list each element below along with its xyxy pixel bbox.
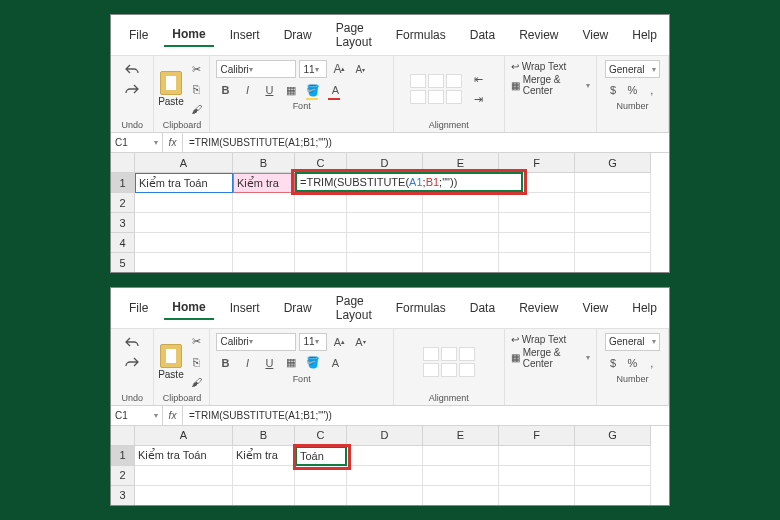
underline-button[interactable]: U <box>260 354 278 372</box>
comma-icon[interactable]: , <box>644 354 660 372</box>
name-box[interactable]: C1▾ <box>111 406 163 425</box>
cell-E4[interactable] <box>423 233 499 253</box>
cell-E2[interactable] <box>423 193 499 213</box>
select-all-corner[interactable] <box>111 426 135 446</box>
col-header-A[interactable]: A <box>135 426 233 446</box>
cell-C3[interactable] <box>295 486 347 506</box>
wrap-text-button[interactable]: ↩Wrap Text <box>511 333 567 346</box>
tab-data[interactable]: Data <box>462 297 503 319</box>
formula-input[interactable]: =TRIM(SUBSTITUTE(A1;B1;"")) <box>183 133 669 152</box>
formula-input[interactable]: =TRIM(SUBSTITUTE(A1;B1;"")) <box>183 406 669 425</box>
tab-page-layout[interactable]: Page Layout <box>328 290 380 326</box>
cell-F4[interactable] <box>499 233 575 253</box>
cell-C1[interactable]: =TRIM(SUBSTITUTE(A1;B1;"")) <box>295 173 347 193</box>
cell-F2[interactable] <box>499 193 575 213</box>
format-painter-icon[interactable]: 🖌 <box>188 373 206 391</box>
cell-G2[interactable] <box>575 193 651 213</box>
row-header-1[interactable]: 1 <box>111 173 135 193</box>
paste-button[interactable]: Paste <box>158 71 184 107</box>
col-header-F[interactable]: F <box>499 426 575 446</box>
cell-C2[interactable] <box>295 466 347 486</box>
cell-A1[interactable]: Kiểm tra Toán <box>135 173 233 193</box>
cell-B4[interactable] <box>233 233 295 253</box>
fx-icon[interactable]: fx <box>163 133 183 152</box>
tab-draw[interactable]: Draw <box>276 24 320 46</box>
cell-D1[interactable] <box>347 446 423 466</box>
merge-center-button[interactable]: ▦Merge & Center▾ <box>511 73 590 97</box>
cell-D2[interactable] <box>347 466 423 486</box>
cell-A1[interactable]: Kiểm tra Toán <box>135 446 233 466</box>
decrease-font-icon[interactable]: A▾ <box>351 333 369 351</box>
cell-F1[interactable] <box>499 446 575 466</box>
row-header-3[interactable]: 3 <box>111 486 135 506</box>
row-header-3[interactable]: 3 <box>111 213 135 233</box>
cell-D3[interactable] <box>347 486 423 506</box>
col-header-D[interactable]: D <box>347 153 423 173</box>
select-all-corner[interactable] <box>111 153 135 173</box>
cell-A3[interactable] <box>135 486 233 506</box>
cell-F2[interactable] <box>499 466 575 486</box>
cell-F3[interactable] <box>499 486 575 506</box>
cell-C1[interactable]: Toán <box>295 446 347 466</box>
cell-F3[interactable] <box>499 213 575 233</box>
cell-G1[interactable] <box>575 173 651 193</box>
alignment-grid[interactable] <box>410 74 462 104</box>
cell-G3[interactable] <box>575 213 651 233</box>
decrease-indent-icon[interactable]: ⇤ <box>470 70 488 88</box>
tab-draw[interactable]: Draw <box>276 297 320 319</box>
tab-home[interactable]: Home <box>164 296 213 320</box>
cell-G3[interactable] <box>575 486 651 506</box>
tab-file[interactable]: File <box>121 297 156 319</box>
font-size-select[interactable]: 11▾ <box>299 333 327 351</box>
cut-icon[interactable]: ✂ <box>188 60 206 78</box>
cell-A2[interactable] <box>135 193 233 213</box>
font-color-icon[interactable]: A <box>326 354 344 372</box>
border-icon[interactable]: ▦ <box>282 354 300 372</box>
cell-A5[interactable] <box>135 253 233 273</box>
font-color-icon[interactable]: A <box>326 81 344 99</box>
cell-B2[interactable] <box>233 466 295 486</box>
col-header-B[interactable]: B <box>233 153 295 173</box>
cell-B2[interactable] <box>233 193 295 213</box>
cell-A2[interactable] <box>135 466 233 486</box>
name-box[interactable]: C1▾ <box>111 133 163 152</box>
tab-file[interactable]: File <box>121 24 156 46</box>
tab-review[interactable]: Review <box>511 24 566 46</box>
cell-G5[interactable] <box>575 253 651 273</box>
cell-E5[interactable] <box>423 253 499 273</box>
fill-color-icon[interactable]: 🪣 <box>304 354 322 372</box>
cell-C4[interactable] <box>295 233 347 253</box>
merge-center-button[interactable]: ▦Merge & Center▾ <box>511 346 590 370</box>
increase-indent-icon[interactable]: ⇥ <box>470 90 488 108</box>
tab-insert[interactable]: Insert <box>222 297 268 319</box>
col-header-B[interactable]: B <box>233 426 295 446</box>
row-header-4[interactable]: 4 <box>111 233 135 253</box>
percent-icon[interactable]: % <box>624 81 640 99</box>
col-header-D[interactable]: D <box>347 426 423 446</box>
number-format-select[interactable]: General▾ <box>605 60 660 78</box>
increase-font-icon[interactable]: A▴ <box>330 333 348 351</box>
row-header-1[interactable]: 1 <box>111 446 135 466</box>
tab-review[interactable]: Review <box>511 297 566 319</box>
tab-formulas[interactable]: Formulas <box>388 24 454 46</box>
tab-page-layout[interactable]: Page Layout <box>328 17 380 53</box>
cell-D2[interactable] <box>347 193 423 213</box>
undo-icon[interactable] <box>123 60 141 78</box>
cell-B3[interactable] <box>233 213 295 233</box>
paste-button[interactable]: Paste <box>158 344 184 380</box>
cell-E2[interactable] <box>423 466 499 486</box>
cell-C3[interactable] <box>295 213 347 233</box>
col-header-G[interactable]: G <box>575 153 651 173</box>
cell-D3[interactable] <box>347 213 423 233</box>
cell-E1[interactable] <box>423 446 499 466</box>
increase-font-icon[interactable]: A▴ <box>330 60 348 78</box>
cell-G1[interactable] <box>575 446 651 466</box>
alignment-grid[interactable] <box>423 347 475 377</box>
cell-D4[interactable] <box>347 233 423 253</box>
cell-A3[interactable] <box>135 213 233 233</box>
col-header-A[interactable]: A <box>135 153 233 173</box>
currency-icon[interactable]: $ <box>605 354 621 372</box>
fill-color-icon[interactable]: 🪣 <box>304 81 322 99</box>
tab-help[interactable]: Help <box>624 24 665 46</box>
decrease-font-icon[interactable]: A▾ <box>351 60 369 78</box>
